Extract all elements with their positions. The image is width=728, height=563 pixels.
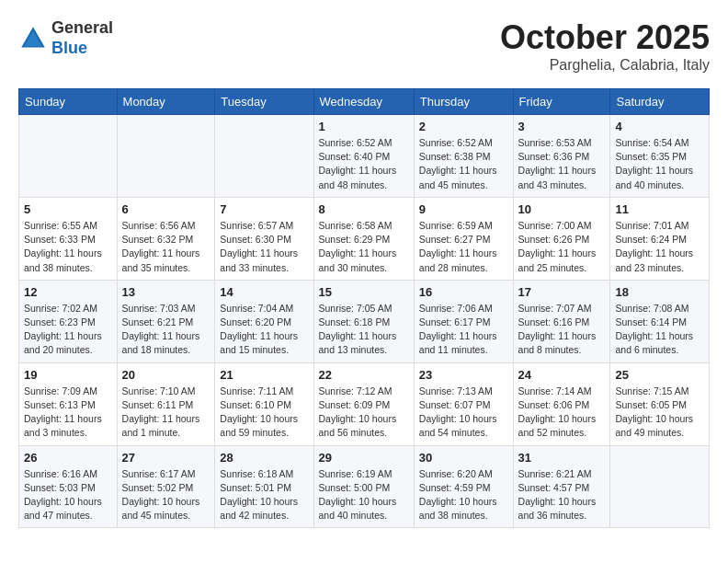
calendar-cell: 15Sunrise: 7:05 AM Sunset: 6:18 PM Dayli… — [313, 280, 414, 362]
page-header: General Blue October 2025 Parghelia, Cal… — [18, 18, 710, 74]
day-info: Sunrise: 6:21 AM Sunset: 4:57 PM Dayligh… — [518, 467, 606, 523]
day-number: 28 — [220, 451, 308, 465]
day-info: Sunrise: 6:18 AM Sunset: 5:01 PM Dayligh… — [220, 467, 308, 523]
day-number: 13 — [122, 285, 210, 299]
day-number: 25 — [615, 368, 704, 382]
day-info: Sunrise: 7:05 AM Sunset: 6:18 PM Dayligh… — [319, 302, 409, 358]
day-number: 22 — [319, 368, 409, 382]
day-info: Sunrise: 7:07 AM Sunset: 6:16 PM Dayligh… — [518, 302, 606, 358]
weekday-header-sunday: Sunday — [19, 89, 118, 115]
day-info: Sunrise: 6:55 AM Sunset: 6:33 PM Dayligh… — [24, 219, 112, 275]
calendar-week-row: 1Sunrise: 6:52 AM Sunset: 6:40 PM Daylig… — [19, 115, 710, 198]
weekday-header-row: SundayMondayTuesdayWednesdayThursdayFrid… — [19, 89, 710, 115]
calendar-cell: 16Sunrise: 7:06 AM Sunset: 6:17 PM Dayli… — [414, 280, 513, 362]
calendar-cell: 24Sunrise: 7:14 AM Sunset: 6:06 PM Dayli… — [513, 362, 610, 445]
calendar-cell: 31Sunrise: 6:21 AM Sunset: 4:57 PM Dayli… — [513, 445, 610, 528]
day-info: Sunrise: 7:12 AM Sunset: 6:09 PM Dayligh… — [319, 385, 409, 441]
weekday-header-friday: Friday — [513, 89, 610, 115]
calendar-cell: 9Sunrise: 6:59 AM Sunset: 6:27 PM Daylig… — [414, 197, 513, 280]
day-number: 16 — [419, 285, 508, 299]
calendar-cell: 11Sunrise: 7:01 AM Sunset: 6:24 PM Dayli… — [610, 197, 710, 280]
title-block: October 2025 Parghelia, Calabria, Italy — [500, 18, 710, 74]
calendar-cell: 27Sunrise: 6:17 AM Sunset: 5:02 PM Dayli… — [117, 445, 215, 528]
day-number: 4 — [615, 120, 704, 133]
day-info: Sunrise: 6:53 AM Sunset: 6:36 PM Dayligh… — [518, 136, 606, 192]
weekday-header-monday: Monday — [117, 89, 215, 115]
calendar-cell — [610, 445, 710, 528]
calendar-cell: 17Sunrise: 7:07 AM Sunset: 6:16 PM Dayli… — [513, 280, 610, 362]
calendar-cell: 6Sunrise: 6:56 AM Sunset: 6:32 PM Daylig… — [117, 197, 215, 280]
day-info: Sunrise: 7:11 AM Sunset: 6:10 PM Dayligh… — [220, 385, 308, 441]
day-number: 5 — [24, 202, 112, 216]
calendar-cell: 12Sunrise: 7:02 AM Sunset: 6:23 PM Dayli… — [19, 280, 118, 362]
calendar-week-row: 26Sunrise: 6:16 AM Sunset: 5:03 PM Dayli… — [19, 445, 710, 528]
logo-icon — [18, 24, 48, 53]
day-number: 3 — [518, 120, 606, 133]
calendar-cell: 3Sunrise: 6:53 AM Sunset: 6:36 PM Daylig… — [513, 115, 610, 198]
day-info: Sunrise: 7:13 AM Sunset: 6:07 PM Dayligh… — [419, 385, 508, 441]
day-info: Sunrise: 6:19 AM Sunset: 5:00 PM Dayligh… — [319, 467, 409, 523]
logo: General Blue — [18, 18, 113, 58]
day-info: Sunrise: 6:20 AM Sunset: 4:59 PM Dayligh… — [419, 467, 508, 523]
calendar-cell: 23Sunrise: 7:13 AM Sunset: 6:07 PM Dayli… — [414, 362, 513, 445]
calendar-week-row: 12Sunrise: 7:02 AM Sunset: 6:23 PM Dayli… — [19, 280, 710, 362]
calendar-week-row: 5Sunrise: 6:55 AM Sunset: 6:33 PM Daylig… — [19, 197, 710, 280]
day-number: 17 — [518, 285, 606, 299]
day-number: 26 — [24, 451, 112, 465]
weekday-header-thursday: Thursday — [414, 89, 513, 115]
calendar-cell: 20Sunrise: 7:10 AM Sunset: 6:11 PM Dayli… — [117, 362, 215, 445]
calendar-cell: 4Sunrise: 6:54 AM Sunset: 6:35 PM Daylig… — [610, 115, 710, 198]
day-info: Sunrise: 7:14 AM Sunset: 6:06 PM Dayligh… — [518, 385, 606, 441]
day-info: Sunrise: 7:04 AM Sunset: 6:20 PM Dayligh… — [220, 302, 308, 358]
day-info: Sunrise: 7:00 AM Sunset: 6:26 PM Dayligh… — [518, 219, 606, 275]
day-number: 24 — [518, 368, 606, 382]
calendar-cell: 5Sunrise: 6:55 AM Sunset: 6:33 PM Daylig… — [19, 197, 118, 280]
day-info: Sunrise: 6:52 AM Sunset: 6:40 PM Dayligh… — [319, 136, 409, 192]
location-text: Parghelia, Calabria, Italy — [500, 57, 710, 74]
day-info: Sunrise: 6:54 AM Sunset: 6:35 PM Dayligh… — [615, 136, 704, 192]
logo-general-text: General — [51, 18, 113, 39]
calendar-cell: 30Sunrise: 6:20 AM Sunset: 4:59 PM Dayli… — [414, 445, 513, 528]
day-info: Sunrise: 7:02 AM Sunset: 6:23 PM Dayligh… — [24, 302, 112, 358]
calendar-cell: 25Sunrise: 7:15 AM Sunset: 6:05 PM Dayli… — [610, 362, 710, 445]
day-info: Sunrise: 7:01 AM Sunset: 6:24 PM Dayligh… — [615, 219, 704, 275]
calendar-cell: 29Sunrise: 6:19 AM Sunset: 5:00 PM Dayli… — [313, 445, 414, 528]
calendar-cell: 8Sunrise: 6:58 AM Sunset: 6:29 PM Daylig… — [313, 197, 414, 280]
logo-blue-text: Blue — [51, 39, 113, 59]
day-number: 21 — [220, 368, 308, 382]
calendar-cell — [19, 115, 118, 198]
weekday-header-saturday: Saturday — [610, 89, 710, 115]
day-number: 15 — [319, 285, 409, 299]
day-number: 12 — [24, 285, 112, 299]
day-info: Sunrise: 6:52 AM Sunset: 6:38 PM Dayligh… — [419, 136, 508, 192]
day-number: 6 — [122, 202, 210, 216]
day-info: Sunrise: 7:09 AM Sunset: 6:13 PM Dayligh… — [24, 385, 112, 441]
day-number: 14 — [220, 285, 308, 299]
day-number: 23 — [419, 368, 508, 382]
day-number: 1 — [319, 120, 409, 133]
day-info: Sunrise: 6:16 AM Sunset: 5:03 PM Dayligh… — [24, 467, 112, 523]
day-info: Sunrise: 6:59 AM Sunset: 6:27 PM Dayligh… — [419, 219, 508, 275]
day-number: 20 — [122, 368, 210, 382]
weekday-header-wednesday: Wednesday — [313, 89, 414, 115]
calendar-cell — [117, 115, 215, 198]
calendar-week-row: 19Sunrise: 7:09 AM Sunset: 6:13 PM Dayli… — [19, 362, 710, 445]
day-number: 31 — [518, 451, 606, 465]
day-number: 19 — [24, 368, 112, 382]
calendar-cell: 19Sunrise: 7:09 AM Sunset: 6:13 PM Dayli… — [19, 362, 118, 445]
day-info: Sunrise: 6:17 AM Sunset: 5:02 PM Dayligh… — [122, 467, 210, 523]
calendar-cell: 21Sunrise: 7:11 AM Sunset: 6:10 PM Dayli… — [215, 362, 313, 445]
day-info: Sunrise: 7:10 AM Sunset: 6:11 PM Dayligh… — [122, 385, 210, 441]
day-info: Sunrise: 7:03 AM Sunset: 6:21 PM Dayligh… — [122, 302, 210, 358]
day-number: 9 — [419, 202, 508, 216]
calendar-cell: 18Sunrise: 7:08 AM Sunset: 6:14 PM Dayli… — [610, 280, 710, 362]
day-info: Sunrise: 7:15 AM Sunset: 6:05 PM Dayligh… — [615, 385, 704, 441]
day-info: Sunrise: 7:06 AM Sunset: 6:17 PM Dayligh… — [419, 302, 508, 358]
day-number: 10 — [518, 202, 606, 216]
day-number: 18 — [615, 285, 704, 299]
calendar-cell: 7Sunrise: 6:57 AM Sunset: 6:30 PM Daylig… — [215, 197, 313, 280]
calendar-cell: 10Sunrise: 7:00 AM Sunset: 6:26 PM Dayli… — [513, 197, 610, 280]
day-info: Sunrise: 6:58 AM Sunset: 6:29 PM Dayligh… — [319, 219, 409, 275]
calendar-cell: 26Sunrise: 6:16 AM Sunset: 5:03 PM Dayli… — [19, 445, 118, 528]
day-info: Sunrise: 6:56 AM Sunset: 6:32 PM Dayligh… — [122, 219, 210, 275]
